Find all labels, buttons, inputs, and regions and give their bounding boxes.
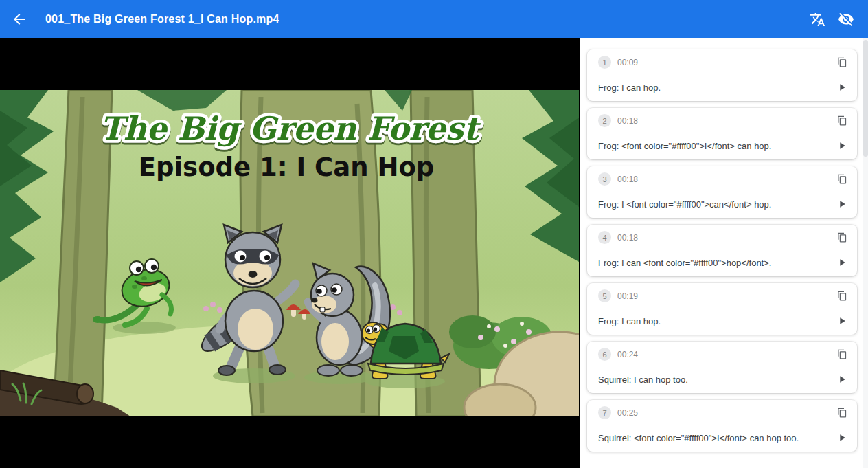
subtitle-index-badge: 3 <box>598 172 611 186</box>
play-button[interactable] <box>835 80 849 94</box>
header-actions <box>806 7 858 32</box>
subtitle-index-badge: 1 <box>598 56 611 69</box>
subtitle-text: Frog: <font color="#ffff00">I</font> can… <box>598 141 771 151</box>
translate-icon <box>810 12 825 27</box>
copy-icon <box>837 291 847 301</box>
play-icon <box>836 82 847 93</box>
play-button[interactable] <box>835 197 849 211</box>
subtitle-card: 7 00:25 Squirrel: <font color="#ffff00">… <box>587 400 857 452</box>
back-button[interactable] <box>7 7 32 32</box>
video-main-title: The Big Green Forest <box>100 110 481 147</box>
subtitle-card: 5 00:19 Frog: I can hop. <box>587 283 857 335</box>
copy-button[interactable] <box>836 231 849 244</box>
copy-icon <box>837 115 847 126</box>
copy-button[interactable] <box>836 56 849 69</box>
subtitle-panel: 1 00:09 Frog: I can hop. 2 00:18 <box>580 38 868 468</box>
subtitle-timestamp: 00:25 <box>617 408 638 418</box>
file-title: 001_The Big Green Forest 1_I Can Hop.mp4 <box>45 13 279 25</box>
scrollbar[interactable] <box>863 38 868 468</box>
video-player[interactable]: The Big Green Forest Episode 1: I Can Ho… <box>0 38 580 468</box>
play-button[interactable] <box>835 314 849 328</box>
play-button[interactable] <box>835 431 849 445</box>
video-frame: The Big Green Forest Episode 1: I Can Ho… <box>0 90 579 416</box>
subtitle-text: Squirrel: I can hop too. <box>598 375 688 385</box>
app-window: 001_The Big Green Forest 1_I Can Hop.mp4 <box>0 0 868 468</box>
copy-button[interactable] <box>836 172 849 186</box>
subtitle-index-badge: 5 <box>598 289 611 302</box>
arrow-left-icon <box>11 11 27 27</box>
copy-button[interactable] <box>836 406 849 419</box>
header-bar: 001_The Big Green Forest 1_I Can Hop.mp4 <box>0 0 868 38</box>
copy-button[interactable] <box>836 289 849 302</box>
copy-icon <box>837 57 847 67</box>
eye-off-icon <box>838 11 854 27</box>
play-button[interactable] <box>835 139 849 153</box>
copy-icon <box>837 349 847 359</box>
copy-icon <box>837 408 847 418</box>
subtitle-index-badge: 6 <box>598 348 611 361</box>
subtitle-timestamp: 00:18 <box>617 233 638 243</box>
subtitle-index-badge: 7 <box>598 406 611 419</box>
play-button[interactable] <box>835 372 849 386</box>
scrollbar-thumb[interactable] <box>863 40 868 157</box>
cartoon-scene: The Big Green Forest Episode 1: I Can Ho… <box>0 90 579 416</box>
subtitle-card: 2 00:18 Frog: <font color="#ffff00">I</f… <box>587 108 857 159</box>
play-button[interactable] <box>835 256 849 269</box>
hide-subtitles-button[interactable] <box>834 7 858 32</box>
copy-icon <box>837 232 847 243</box>
subtitle-timestamp: 00:24 <box>617 350 638 359</box>
copy-button[interactable] <box>836 114 849 127</box>
subtitle-timestamp: 00:19 <box>617 291 638 301</box>
subtitle-text: Squirrel: <font color="#ffff00">I</font>… <box>598 433 799 443</box>
play-icon <box>836 257 847 268</box>
subtitle-card: 4 00:18 Frog: I can <font color="#ffff00… <box>587 225 857 276</box>
play-icon <box>836 432 847 443</box>
subtitle-card: 6 00:24 Squirrel: I can hop too. <box>587 342 857 393</box>
translate-button[interactable] <box>806 7 830 32</box>
main-content: The Big Green Forest Episode 1: I Can Ho… <box>0 38 868 468</box>
video-episode-title: Episode 1: I Can Hop <box>139 153 435 182</box>
copy-icon <box>837 174 847 184</box>
play-icon <box>836 315 847 326</box>
copy-button[interactable] <box>836 348 849 361</box>
subtitle-card: 1 00:09 Frog: I can hop. <box>587 49 857 101</box>
play-icon <box>836 199 847 210</box>
play-icon <box>836 374 847 385</box>
subtitle-card: 3 00:18 Frog: I <font color="#ffff00">ca… <box>587 166 857 218</box>
subtitle-index-badge: 2 <box>598 114 611 127</box>
subtitle-text: Frog: I can <font color="#ffff00">hop</f… <box>598 258 771 268</box>
play-icon <box>836 140 847 151</box>
subtitle-text: Frog: I <font color="#ffff00">can</font>… <box>598 199 771 210</box>
subtitle-text: Frog: I can hop. <box>598 82 661 93</box>
subtitle-timestamp: 00:18 <box>617 175 638 184</box>
subtitle-text: Frog: I can hop. <box>598 316 661 326</box>
subtitle-timestamp: 00:18 <box>617 116 638 126</box>
subtitle-timestamp: 00:09 <box>617 58 638 67</box>
subtitle-index-badge: 4 <box>598 231 611 244</box>
